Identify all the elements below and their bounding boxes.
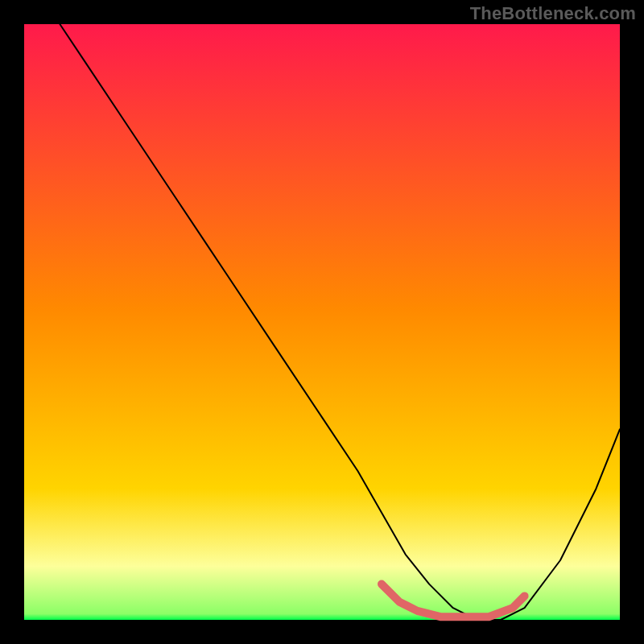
- plot-background: [24, 24, 620, 620]
- watermark-text: TheBottleneck.com: [470, 3, 636, 24]
- chart-container: TheBottleneck.com: [0, 0, 644, 644]
- bottleneck-chart: [0, 0, 644, 644]
